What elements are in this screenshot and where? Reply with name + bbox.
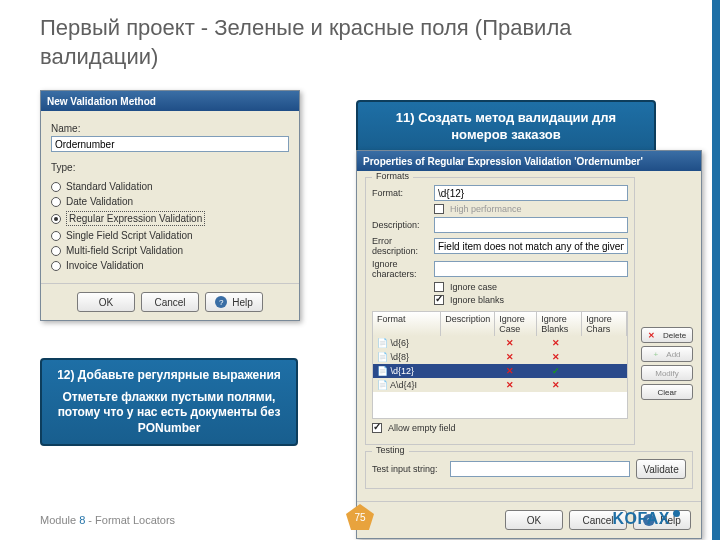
radio-date-validation[interactable]: Date Validation bbox=[51, 196, 289, 207]
delete-button[interactable]: ✕ Delete bbox=[641, 327, 693, 343]
plus-icon: + bbox=[653, 350, 658, 359]
col-ignore-case[interactable]: Ignore Case bbox=[495, 312, 537, 336]
radio-multi-field-script[interactable]: Multi-field Script Validation bbox=[51, 245, 289, 256]
format-label: Format: bbox=[372, 188, 428, 198]
dialog-titlebar[interactable]: Properties of Regular Expression Validat… bbox=[357, 151, 701, 171]
dialog-titlebar[interactable]: New Validation Method bbox=[41, 91, 299, 111]
radio-invoice-validation[interactable]: Invoice Validation bbox=[51, 260, 289, 271]
ignore-chars-input[interactable] bbox=[434, 261, 628, 277]
cross-icon: ✕ bbox=[648, 331, 655, 340]
add-button[interactable]: + Add bbox=[641, 346, 693, 362]
regex-validation-properties-dialog: Properties of Regular Expression Validat… bbox=[356, 150, 702, 539]
high-performance-label: High performance bbox=[450, 204, 522, 214]
cross-icon: ✕ bbox=[489, 380, 533, 390]
format-input[interactable] bbox=[434, 185, 628, 201]
ignore-case-label: Ignore case bbox=[450, 282, 497, 292]
radio-icon bbox=[51, 231, 61, 241]
help-icon: ? bbox=[215, 296, 227, 308]
error-description-label: Error description: bbox=[372, 236, 428, 256]
table-row[interactable]: 📄 \d{6}✕✕ bbox=[373, 336, 627, 350]
ignore-case-checkbox[interactable] bbox=[434, 282, 444, 292]
cross-icon: ✕ bbox=[489, 366, 533, 376]
error-description-input[interactable] bbox=[434, 238, 628, 254]
ignore-chars-label: Ignore characters: bbox=[372, 259, 428, 279]
ignore-blanks-checkbox[interactable] bbox=[434, 295, 444, 305]
description-input[interactable] bbox=[434, 217, 628, 233]
test-input-label: Test input string: bbox=[372, 464, 444, 474]
clear-button[interactable]: Clear bbox=[641, 384, 693, 400]
testing-group-label: Testing bbox=[372, 445, 409, 455]
cross-icon: ✕ bbox=[533, 352, 580, 362]
description-label: Description: bbox=[372, 220, 428, 230]
name-input[interactable] bbox=[51, 136, 289, 152]
cross-icon: ✕ bbox=[489, 352, 533, 362]
format-table: Format Description Ignore Case Ignore Bl… bbox=[372, 311, 628, 419]
validate-button[interactable]: Validate bbox=[636, 459, 686, 479]
modify-button[interactable]: Modify bbox=[641, 365, 693, 381]
name-label: Name: bbox=[51, 123, 289, 134]
ok-button[interactable]: OK bbox=[505, 510, 563, 530]
col-description[interactable]: Description bbox=[441, 312, 495, 336]
help-button[interactable]: ?Help bbox=[205, 292, 263, 312]
col-ignore-blanks[interactable]: Ignore Blanks bbox=[537, 312, 582, 336]
new-validation-method-dialog: New Validation Method Name: Type: Standa… bbox=[40, 90, 300, 321]
radio-icon bbox=[51, 214, 61, 224]
ok-button[interactable]: OK bbox=[77, 292, 135, 312]
high-performance-checkbox[interactable] bbox=[434, 204, 444, 214]
check-icon: ✓ bbox=[533, 366, 580, 376]
test-input[interactable] bbox=[450, 461, 630, 477]
radio-icon bbox=[51, 197, 61, 207]
cross-icon: ✕ bbox=[533, 380, 580, 390]
ignore-blanks-label: Ignore blanks bbox=[450, 295, 504, 305]
page-title: Первый проект - Зеленые и красные поля (… bbox=[40, 14, 600, 71]
radio-standard-validation[interactable]: Standard Validation bbox=[51, 181, 289, 192]
table-row[interactable]: 📄 \d{8}✕✕ bbox=[373, 350, 627, 364]
cancel-button[interactable]: Cancel bbox=[141, 292, 199, 312]
col-ignore-chars[interactable]: Ignore Chars bbox=[582, 312, 627, 336]
radio-regex-validation[interactable]: Regular Expression Validation bbox=[51, 211, 289, 226]
cross-icon: ✕ bbox=[533, 338, 580, 348]
formats-group-label: Formats bbox=[372, 171, 413, 181]
radio-single-field-script[interactable]: Single Field Script Validation bbox=[51, 230, 289, 241]
col-format[interactable]: Format bbox=[373, 312, 441, 336]
callout-12: 12) Добавьте регулярные выражения Отметь… bbox=[40, 358, 298, 446]
radio-icon bbox=[51, 182, 61, 192]
allow-empty-checkbox[interactable] bbox=[372, 423, 382, 433]
footer-module: Module 8 - Format Locators bbox=[40, 514, 175, 526]
allow-empty-label: Allow empty field bbox=[388, 423, 456, 433]
cross-icon: ✕ bbox=[489, 338, 533, 348]
kofax-logo: KOFAX bbox=[612, 510, 680, 528]
radio-icon bbox=[51, 261, 61, 271]
callout-11: 11) Создать метод валидации для номеров … bbox=[356, 100, 656, 154]
table-row[interactable]: 📄 \d{12}✕✓ bbox=[373, 364, 627, 378]
table-row[interactable]: 📄 A\d{4}I✕✕ bbox=[373, 378, 627, 392]
radio-icon bbox=[51, 246, 61, 256]
type-label: Type: bbox=[51, 162, 289, 173]
